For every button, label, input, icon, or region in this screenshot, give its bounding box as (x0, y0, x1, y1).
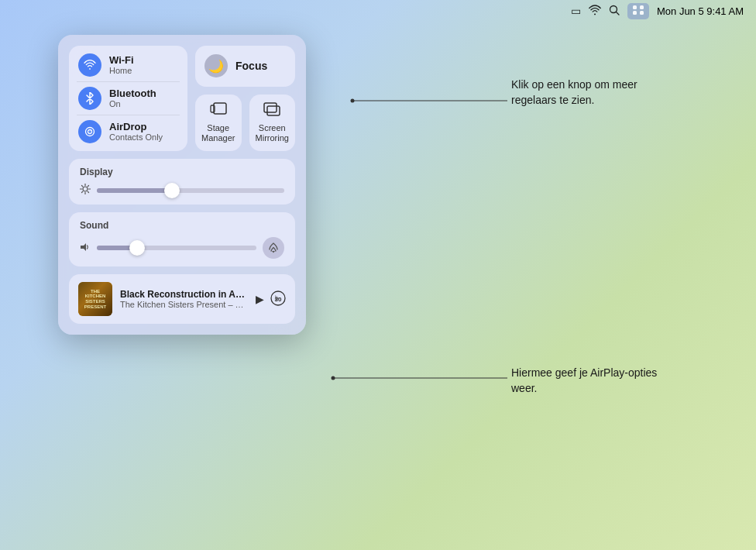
svg-point-8 (90, 132, 91, 132)
svg-rect-11 (264, 103, 277, 112)
svg-rect-4 (633, 11, 637, 15)
airdrop-sublabel: Contacts Only (109, 132, 163, 143)
stage-manager-block[interactable]: StageManager (195, 95, 242, 151)
volume-thumb[interactable] (129, 240, 145, 256)
skip-forward-button[interactable]: 30 (270, 290, 286, 308)
airdrop-text: AirDrop Contacts Only (109, 121, 163, 143)
wifi-icon (589, 5, 601, 18)
brightness-low-icon (80, 184, 91, 197)
top-section: Wi-Fi Home Bluetooth On (69, 46, 295, 151)
battery-icon: ▭ (571, 5, 581, 17)
svg-point-29 (332, 376, 335, 380)
volume-low-icon (80, 242, 91, 255)
display-section: Display (69, 159, 295, 205)
divider-2 (77, 115, 180, 115)
airdrop-label: AirDrop (109, 121, 163, 133)
svg-line-19 (88, 191, 88, 192)
wifi-text: Wi-Fi Home (109, 54, 134, 77)
spotlight-icon[interactable] (609, 5, 620, 18)
menubar: ▭ Mon Jun 5 9:41 A (0, 0, 756, 22)
now-playing-title: Black Reconstruction in America... (120, 289, 248, 300)
airplay-button[interactable] (263, 237, 284, 259)
divider-1 (77, 81, 180, 82)
sound-row (80, 237, 284, 259)
svg-marker-22 (81, 243, 86, 251)
menubar-datetime: Mon Jun 5 9:41 AM (657, 5, 744, 17)
volume-track[interactable] (97, 246, 256, 250)
wifi-item[interactable]: Wi-Fi Home (78, 53, 178, 77)
screen-mirroring-label: ScreenMirroring (256, 123, 289, 143)
svg-marker-23 (272, 251, 275, 253)
sound-label: Sound (80, 220, 284, 231)
small-blocks: StageManager ScreenMirroring (195, 95, 295, 151)
bluetooth-icon-circle (78, 87, 101, 110)
svg-line-18 (82, 186, 83, 187)
svg-rect-2 (633, 5, 637, 9)
brightness-track[interactable] (97, 188, 284, 193)
bluetooth-label: Bluetooth (109, 88, 156, 100)
svg-rect-12 (267, 106, 280, 115)
display-label: Display (80, 167, 284, 177)
sound-section: Sound (69, 212, 295, 266)
play-button[interactable]: ▶ (256, 293, 264, 305)
screen-mirroring-icon (263, 102, 280, 120)
airdrop-item[interactable]: AirDrop Contacts Only (78, 120, 178, 143)
wifi-icon-circle (78, 53, 101, 77)
bluetooth-sublabel: On (109, 99, 156, 109)
screen-mirroring-block[interactable]: ScreenMirroring (249, 95, 296, 151)
connectivity-block: Wi-Fi Home Bluetooth On (69, 46, 187, 151)
control-center-menubar-icon[interactable] (627, 3, 649, 19)
album-art-text: THEKITCHENSISTERSPRESENT (83, 287, 108, 311)
bluetooth-item[interactable]: Bluetooth On (78, 87, 178, 110)
focus-icon: 🌙 (204, 54, 228, 77)
now-playing-subtitle: The Kitchen Sisters Present – March 7, 2… (120, 300, 248, 309)
focus-block[interactable]: 🌙 Focus (195, 46, 295, 87)
stage-manager-label: StageManager (201, 123, 235, 143)
annotation-bottom: Hiermee geef je AirPlay-opties weer. (511, 366, 666, 396)
stage-manager-icon (210, 102, 227, 120)
focus-label: Focus (235, 60, 267, 72)
now-playing-section: THEKITCHENSISTERSPRESENT Black Reconstru… (69, 274, 295, 324)
wifi-sublabel: Home (109, 66, 134, 76)
right-blocks: 🌙 Focus StageManager (195, 46, 295, 151)
svg-line-20 (88, 186, 88, 187)
menubar-right: ▭ Mon Jun 5 9:41 A (571, 3, 744, 19)
now-playing-controls: ▶ 30 (256, 290, 286, 308)
brightness-slider-row (80, 184, 284, 197)
control-center-panel: Wi-Fi Home Bluetooth On (58, 35, 306, 335)
now-playing-info: Black Reconstruction in America... The K… (120, 289, 248, 309)
svg-rect-9 (214, 103, 226, 114)
svg-point-13 (83, 187, 88, 191)
svg-rect-3 (640, 5, 644, 9)
airdrop-icon-circle (78, 120, 101, 143)
svg-line-1 (616, 12, 619, 15)
svg-rect-5 (640, 11, 644, 15)
svg-point-27 (351, 99, 355, 103)
annotation-top: Klik op een knop om meer regelaars te zi… (511, 77, 682, 108)
bluetooth-text: Bluetooth On (109, 88, 156, 110)
wifi-label: Wi-Fi (109, 54, 134, 67)
album-art: THEKITCHENSISTERSPRESENT (78, 282, 112, 316)
svg-line-21 (82, 191, 83, 192)
